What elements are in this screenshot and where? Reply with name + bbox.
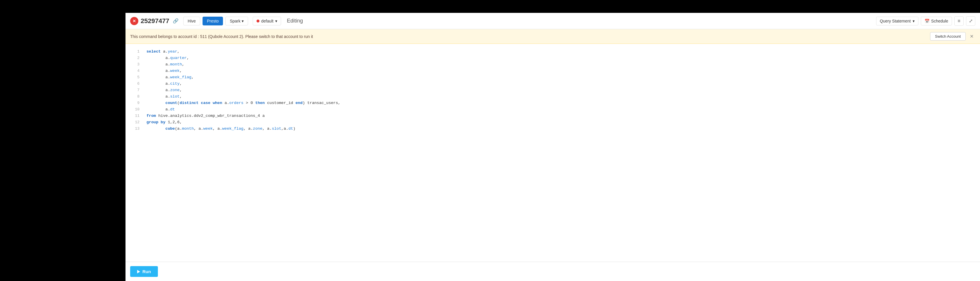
line-number: 3 bbox=[130, 61, 140, 68]
editing-badge: Editing bbox=[287, 18, 303, 24]
presto-button[interactable]: Presto bbox=[202, 17, 223, 26]
line-number: 2 bbox=[130, 55, 140, 61]
schedule-button[interactable]: 📅 Schedule bbox=[921, 17, 952, 26]
hive-button[interactable]: Hive bbox=[183, 17, 200, 26]
code-line-content: a.zone, bbox=[146, 87, 182, 93]
table-row: 8 a.slot, bbox=[126, 93, 980, 100]
banner-message: This command belongs to account id : 511… bbox=[130, 34, 313, 39]
table-row: 3 a.month, bbox=[126, 61, 980, 68]
line-number: 8 bbox=[130, 93, 140, 100]
close-button[interactable]: ✕ bbox=[130, 17, 138, 25]
switch-account-button[interactable]: Switch Account bbox=[930, 32, 966, 41]
format-icon: ≡ bbox=[958, 18, 960, 24]
code-line-content: select a.year, bbox=[146, 48, 180, 55]
line-number: 10 bbox=[130, 106, 140, 113]
table-row: 9 count(distinct case when a.orders > 0 … bbox=[126, 100, 980, 106]
table-row: 6 a.city, bbox=[126, 81, 980, 87]
line-number: 12 bbox=[130, 119, 140, 126]
code-line-content: group by 1,2,6, bbox=[146, 119, 182, 126]
cluster-status-dot bbox=[256, 19, 259, 22]
code-line-content: from hive.analytics.ddv2_comp_wbr_transa… bbox=[146, 113, 265, 119]
line-number: 13 bbox=[130, 126, 140, 132]
chevron-down-icon: ▾ bbox=[913, 19, 915, 23]
code-line-content: a.week_flag, bbox=[146, 74, 194, 81]
code-editor[interactable]: 1select a.year,2 a.quarter,3 a.month,4 a… bbox=[126, 44, 980, 262]
cluster-label: default bbox=[261, 19, 274, 23]
toolbar: ✕ 25297477 🔗 Hive Presto Spark ▾ default… bbox=[126, 13, 980, 29]
cluster-selector[interactable]: default ▾ bbox=[253, 17, 281, 26]
query-id: 25297477 bbox=[141, 17, 169, 25]
banner-close-button[interactable]: ✕ bbox=[968, 33, 975, 40]
table-row: 12group by 1,2,6, bbox=[126, 119, 980, 126]
table-row: 11from hive.analytics.ddv2_comp_wbr_tran… bbox=[126, 113, 980, 119]
expand-button[interactable]: ⤢ bbox=[966, 16, 975, 26]
query-statement-button[interactable]: Query Statement ▾ bbox=[876, 17, 918, 26]
table-row: 2 a.quarter, bbox=[126, 55, 980, 61]
line-number: 4 bbox=[130, 68, 140, 74]
code-line-content: a.quarter, bbox=[146, 55, 189, 61]
link-icon[interactable]: 🔗 bbox=[173, 18, 178, 24]
code-line-content: a.week, bbox=[146, 68, 182, 74]
table-row: 7 a.zone, bbox=[126, 87, 980, 93]
bottom-bar: Run bbox=[126, 262, 980, 281]
banner-actions: Switch Account ✕ bbox=[930, 32, 975, 41]
table-row: 13 cube(a.month, a.week, a.week_flag, a.… bbox=[126, 126, 980, 132]
line-number: 6 bbox=[130, 81, 140, 87]
expand-icon: ⤢ bbox=[969, 18, 973, 24]
format-button[interactable]: ≡ bbox=[954, 16, 964, 26]
line-number: 1 bbox=[130, 48, 140, 55]
code-line-content: a.city, bbox=[146, 81, 182, 87]
line-number: 7 bbox=[130, 87, 140, 93]
table-row: 10 a.dt bbox=[126, 106, 980, 113]
chevron-down-icon: ▾ bbox=[242, 19, 244, 23]
table-row: 5 a.week_flag, bbox=[126, 74, 980, 81]
code-line-content: cube(a.month, a.week, a.week_flag, a.zon… bbox=[146, 126, 295, 132]
code-line-content: a.slot, bbox=[146, 93, 182, 100]
line-number: 11 bbox=[130, 113, 140, 119]
spark-button[interactable]: Spark ▾ bbox=[225, 17, 248, 26]
run-button[interactable]: Run bbox=[130, 266, 158, 277]
chevron-down-icon: ▾ bbox=[275, 19, 277, 23]
main-container: ✕ 25297477 🔗 Hive Presto Spark ▾ default… bbox=[126, 13, 980, 281]
calendar-icon: 📅 bbox=[924, 19, 929, 23]
line-number: 5 bbox=[130, 74, 140, 81]
code-line-content: a.month, bbox=[146, 61, 185, 68]
code-line-content: count(distinct case when a.orders > 0 th… bbox=[146, 100, 340, 106]
play-icon bbox=[137, 270, 140, 273]
line-number: 9 bbox=[130, 100, 140, 106]
table-row: 1select a.year, bbox=[126, 48, 980, 55]
table-row: 4 a.week, bbox=[126, 68, 980, 74]
account-banner: This command belongs to account id : 511… bbox=[126, 29, 980, 44]
code-line-content: a.dt bbox=[146, 106, 175, 113]
